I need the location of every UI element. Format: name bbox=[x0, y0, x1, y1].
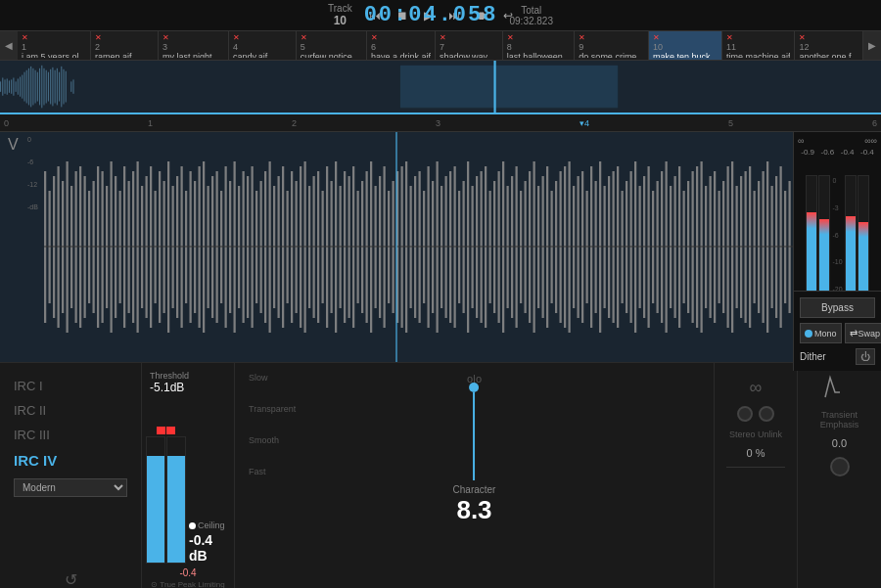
svg-rect-9 bbox=[18, 78, 19, 94]
gain-bar-fill-L bbox=[147, 456, 164, 563]
db-scale: 0 -6 -12 -dB bbox=[27, 136, 38, 210]
track-item-3[interactable]: ✕ 3 my last night_... bbox=[159, 31, 229, 60]
track-close-4[interactable]: ✕ bbox=[233, 33, 292, 42]
track-close-7[interactable]: ✕ bbox=[440, 33, 498, 42]
character-value: 8.3 bbox=[456, 495, 491, 525]
track-close-12[interactable]: ✕ bbox=[799, 33, 858, 42]
gain-bottom-val: -0.4 bbox=[179, 567, 196, 578]
irc-mode-select[interactable]: Modern Classic bbox=[14, 478, 127, 497]
track-close-6[interactable]: ✕ bbox=[371, 33, 431, 42]
svg-rect-2 bbox=[2, 77, 3, 95]
ceiling-info: Ceiling -0.4 dB bbox=[189, 511, 230, 564]
track-close-8[interactable]: ✕ bbox=[507, 33, 571, 42]
svg-rect-32 bbox=[70, 81, 71, 92]
gain-meter-bars: Ceiling -0.4 dB bbox=[146, 394, 230, 567]
svg-rect-30 bbox=[63, 69, 64, 105]
track-item-2[interactable]: ✕ 2 ramen.aif bbox=[91, 31, 159, 60]
svg-rect-10 bbox=[20, 76, 21, 96]
stereo-knob-R[interactable] bbox=[759, 406, 774, 422]
track-nav-next[interactable]: ▶ bbox=[863, 31, 881, 60]
svg-rect-14 bbox=[28, 68, 29, 106]
svg-rect-15 bbox=[30, 67, 31, 107]
svg-rect-13 bbox=[26, 70, 27, 104]
track-item-4[interactable]: ✕ 4 candy.aif bbox=[229, 31, 297, 60]
svg-rect-23 bbox=[48, 72, 49, 102]
waveform-overview[interactable]: /* bars generated in JS below */ bbox=[0, 61, 881, 114]
total-info: Total 09:32.823 bbox=[509, 5, 553, 26]
mono-button[interactable]: Mono bbox=[800, 323, 842, 343]
stereo-link-icon: ∞ bbox=[750, 378, 763, 398]
track-close-3[interactable]: ✕ bbox=[162, 33, 224, 42]
dither-label: Dither bbox=[800, 351, 826, 362]
track-item-8[interactable]: ✕ 8 last halloween... bbox=[503, 31, 576, 60]
timeline-marks: 0 1 2 3 ▾4 5 6 bbox=[0, 118, 881, 128]
svg-rect-31 bbox=[66, 71, 67, 103]
track-close-1[interactable]: ✕ bbox=[22, 33, 86, 42]
track-item-11[interactable]: ✕ 11 time machine.aif bbox=[722, 31, 796, 60]
character-label: Character bbox=[453, 484, 496, 495]
track-items: ✕ 1 i am 5 years ol... ✕ 2 ramen.aif ✕ 3… bbox=[18, 31, 863, 60]
track-close-10[interactable]: ✕ bbox=[653, 33, 718, 42]
character-knob-dot[interactable] bbox=[470, 383, 480, 392]
svg-rect-34 bbox=[400, 66, 618, 108]
svg-rect-19 bbox=[39, 68, 40, 106]
track-close-2[interactable]: ✕ bbox=[95, 33, 154, 42]
track-item-7[interactable]: ✕ 7 shadow.wav bbox=[436, 31, 503, 60]
stereo-knobs bbox=[737, 406, 774, 422]
track-item-10[interactable]: ✕ 10 make ten buck... bbox=[649, 31, 722, 60]
stereo-unlink-label: Stereo Unlink bbox=[729, 430, 782, 439]
track-nav-prev[interactable]: ◀ bbox=[0, 31, 18, 60]
transient-icon bbox=[820, 373, 859, 402]
transient-knob[interactable] bbox=[830, 457, 850, 476]
gain-bar-fill-R bbox=[167, 456, 185, 563]
irc-IV-option[interactable]: IRC IV bbox=[14, 448, 127, 473]
svg-rect-26 bbox=[55, 70, 56, 104]
svg-rect-18 bbox=[37, 72, 38, 102]
svg-rect-33 bbox=[72, 79, 73, 93]
character-knob-area: Character 8.3 bbox=[453, 383, 496, 525]
gain-bar-R bbox=[166, 436, 186, 564]
svg-rect-3 bbox=[4, 79, 5, 93]
gain-meters-panel: Threshold -5.1dB bbox=[142, 363, 235, 588]
svg-rect-5 bbox=[9, 80, 10, 93]
left-gain-col bbox=[146, 427, 186, 564]
irc-III-option[interactable]: IRC III bbox=[14, 424, 127, 446]
track-close-5[interactable]: ✕ bbox=[301, 33, 362, 42]
track-close-11[interactable]: ✕ bbox=[726, 33, 791, 42]
track-item-6[interactable]: ✕ 6 have a drink.aif bbox=[367, 31, 436, 60]
svg-rect-6 bbox=[11, 79, 12, 93]
speed-slow: Slow bbox=[249, 373, 296, 383]
meters-db-labels: -0.9 -0.6 -0.4 -0.4 bbox=[798, 148, 877, 157]
red-clips bbox=[157, 427, 176, 434]
timeline: 0 1 2 3 ▾4 5 6 bbox=[0, 114, 881, 132]
irc-I-option[interactable]: IRC I bbox=[14, 375, 127, 397]
svg-rect-4 bbox=[7, 78, 8, 94]
irc-II-option[interactable]: IRC II bbox=[14, 399, 127, 422]
track-item-12[interactable]: ✕ 12 another one f... bbox=[795, 31, 863, 60]
undo-button[interactable]: ↺ bbox=[14, 570, 127, 588]
svg-rect-27 bbox=[57, 68, 58, 106]
bypass-button[interactable]: Bypass bbox=[800, 297, 875, 318]
mono-dot bbox=[805, 330, 812, 338]
track-info: Track 10 00:04.058 Total 09:32.823 bbox=[328, 3, 553, 27]
track-item-9[interactable]: ✕ 9 do some crime... bbox=[575, 31, 649, 60]
transport-bar: ⏮ ⏹ ▶ ⏭ ⏺ ↩ Track 10 00:04.058 Total 09:… bbox=[0, 0, 881, 31]
mono-swap-row: Mono ⇄ Swap bbox=[800, 323, 875, 343]
swap-button[interactable]: ⇄ Swap bbox=[845, 323, 881, 343]
track-item-5[interactable]: ✕ 5 curfew notice.... bbox=[297, 31, 367, 60]
stereo-section: ∞ Stereo Unlink 0 % bbox=[715, 363, 798, 588]
dither-power-button[interactable]: ⏻ bbox=[856, 348, 875, 365]
transient-value: 0.0 bbox=[832, 437, 847, 449]
track-item-1[interactable]: ✕ 1 i am 5 years ol... bbox=[18, 31, 91, 60]
svg-rect-24 bbox=[50, 69, 51, 105]
threshold-label: Threshold bbox=[150, 371, 189, 381]
svg-rect-7 bbox=[13, 77, 14, 95]
stereo-knob-L[interactable] bbox=[737, 406, 753, 422]
svg-rect-1 bbox=[0, 81, 1, 92]
track-close-9[interactable]: ✕ bbox=[579, 33, 644, 42]
waveform-detail[interactable]: V 0 -6 -12 -dB bbox=[0, 132, 793, 362]
svg-rect-29 bbox=[61, 67, 62, 107]
ceiling-dot-row: Ceiling bbox=[189, 520, 230, 530]
svg-rect-28 bbox=[59, 72, 60, 102]
plugin-controls: Bypass Mono ⇄ Swap Dither ⏻ bbox=[793, 291, 881, 371]
